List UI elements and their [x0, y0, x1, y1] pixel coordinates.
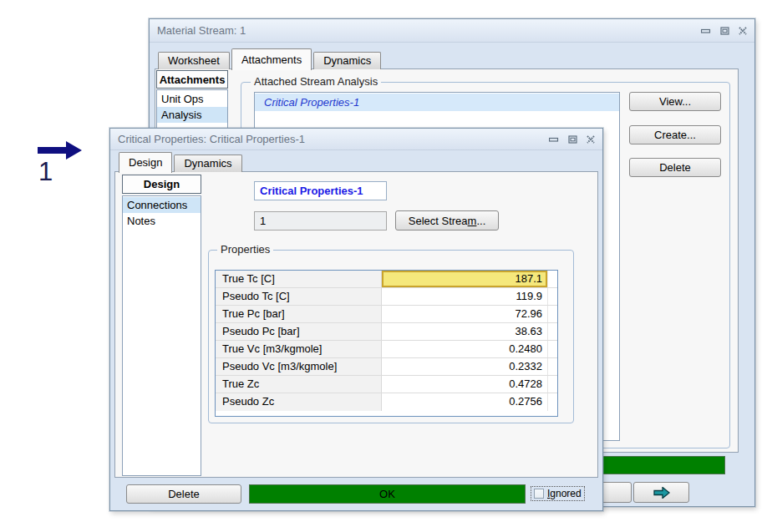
- ignored-label: Ignored: [547, 488, 582, 499]
- nav-forward-button[interactable]: [633, 482, 689, 503]
- property-name: Pseudo Vc [m3/kgmole]: [216, 358, 382, 375]
- design-pane-header: Design: [122, 175, 201, 194]
- create-button[interactable]: Create...: [629, 125, 721, 144]
- table-row: Pseudo Zc 0.2756: [216, 393, 557, 411]
- ignored-checkbox[interactable]: [534, 489, 544, 499]
- properties-table: True Tc [C] 187.1 Pseudo Tc [C] 119.9 Tr…: [215, 270, 558, 417]
- table-row: Pseudo Vc [m3/kgmole] 0.2332: [216, 358, 557, 376]
- table-gutter: [548, 271, 557, 287]
- sidebar-item-analysis[interactable]: Analysis: [157, 107, 227, 123]
- forward-arrow-icon: [653, 487, 670, 499]
- close-icon[interactable]: [739, 27, 747, 35]
- stream-label: 1: [38, 157, 53, 187]
- property-name: Pseudo Pc [bar]: [216, 323, 382, 340]
- property-name: Pseudo Tc [C]: [216, 288, 382, 305]
- property-value-cell[interactable]: 38.63: [382, 323, 548, 340]
- select-stream-button[interactable]: Select Stream...: [395, 210, 499, 231]
- property-value-cell[interactable]: 0.2480: [382, 341, 548, 357]
- tab-dialog-dynamics[interactable]: Dynamics: [174, 155, 241, 172]
- tab-attachments[interactable]: Attachments: [231, 48, 312, 70]
- material-stream-titlebar[interactable]: Material Stream: 1: [150, 19, 754, 43]
- material-stream-tabs: Worksheet Attachments Dynamics: [158, 48, 383, 69]
- tab-design[interactable]: Design: [119, 152, 172, 173]
- table-gutter: [548, 341, 557, 357]
- property-value-cell[interactable]: 187.1: [382, 271, 548, 287]
- table-row: True Zc 0.4728: [216, 376, 557, 393]
- table-gutter: [548, 306, 557, 322]
- property-value-cell[interactable]: 0.4728: [382, 376, 548, 393]
- table-gutter: [548, 358, 557, 375]
- stream-input[interactable]: 1: [254, 211, 387, 231]
- dialog-titlebar[interactable]: Critical Properties: Critical Properties…: [110, 129, 602, 150]
- sidebar-item-connections[interactable]: Connections: [123, 197, 201, 213]
- property-name: True Vc [m3/kgmole]: [216, 341, 382, 357]
- property-name: True Pc [bar]: [216, 306, 382, 322]
- property-name: True Tc [C]: [216, 271, 382, 287]
- sidebar-item-notes[interactable]: Notes: [123, 213, 201, 229]
- property-value-cell[interactable]: 0.2756: [382, 393, 548, 411]
- table-row: True Pc [bar] 72.96: [216, 306, 557, 323]
- close-icon[interactable]: [587, 135, 595, 144]
- dialog-status-bar: OK: [249, 484, 526, 504]
- design-pane-list: Connections Notes: [122, 195, 201, 476]
- dialog-title: Critical Properties: Critical Properties…: [118, 133, 549, 145]
- attachments-pane-header: Attachments: [156, 70, 228, 89]
- table-gutter: [548, 393, 557, 411]
- property-value-cell[interactable]: 119.9: [382, 288, 548, 305]
- table-row: True Tc [C] 187.1: [216, 271, 557, 288]
- view-button[interactable]: View...: [629, 92, 721, 111]
- delete-attachment-button[interactable]: Delete: [629, 158, 721, 177]
- dialog-delete-button[interactable]: Delete: [126, 484, 241, 504]
- restore-icon[interactable]: [568, 135, 577, 144]
- property-name: True Zc: [216, 376, 382, 393]
- property-name: Pseudo Zc: [216, 393, 382, 411]
- restore-icon[interactable]: [720, 27, 729, 35]
- analysis-list-item[interactable]: Critical Properties-1: [255, 94, 619, 111]
- dialog-tabs: Design Dynamics: [119, 151, 244, 172]
- table-gutter: [548, 323, 557, 340]
- property-value-cell[interactable]: 72.96: [382, 306, 548, 322]
- attached-stream-analysis-label: Attached Stream Analysis: [251, 75, 381, 88]
- minimize-icon[interactable]: [701, 27, 711, 34]
- desktop-canvas: 1 Material Stream: 1 Worksheet Attachmen…: [0, 0, 767, 532]
- ignored-checkbox-wrap[interactable]: Ignored: [531, 486, 585, 501]
- table-row: Pseudo Tc [C] 119.9: [216, 288, 557, 306]
- tab-worksheet[interactable]: Worksheet: [158, 52, 230, 69]
- sidebar-item-unit-ops[interactable]: Unit Ops: [157, 91, 227, 107]
- table-gutter: [548, 376, 557, 393]
- property-value-cell[interactable]: 0.2332: [382, 358, 548, 375]
- table-row: Pseudo Pc [bar] 38.63: [216, 323, 557, 341]
- table-row: True Vc [m3/kgmole] 0.2480: [216, 341, 557, 358]
- minimize-icon[interactable]: [549, 135, 559, 143]
- critical-properties-dialog: Critical Properties: Critical Properties…: [109, 128, 603, 511]
- material-stream-title: Material Stream: 1: [157, 24, 701, 37]
- table-gutter: [548, 288, 557, 305]
- name-input[interactable]: Critical Properties-1: [254, 181, 387, 200]
- properties-group-label: Properties: [217, 243, 273, 256]
- tab-dynamics[interactable]: Dynamics: [313, 52, 381, 69]
